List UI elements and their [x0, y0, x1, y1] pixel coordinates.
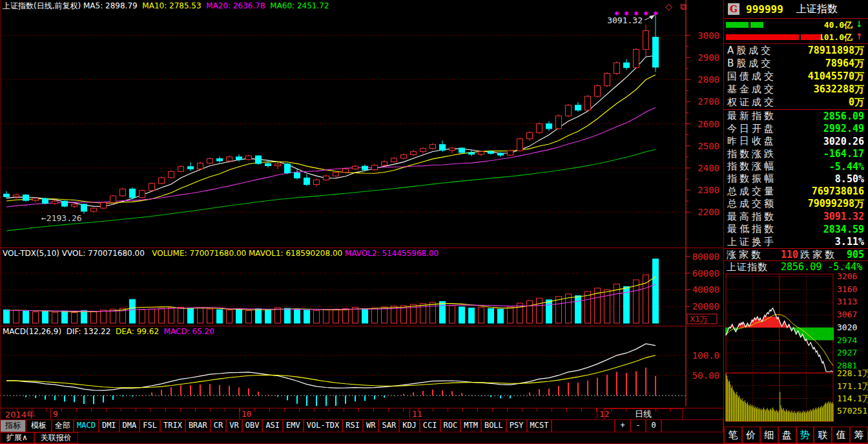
stat-value: 79099298万: [808, 198, 864, 210]
minor-tick: [299, 408, 300, 412]
indicator-tab-MCST[interactable]: MCST: [527, 419, 552, 432]
indicator-tab-WR[interactable]: WR: [363, 419, 378, 432]
intraday-price-label: 3160: [837, 284, 857, 294]
timeline-month-label: 11: [412, 409, 422, 419]
indicator-tab-FSL[interactable]: FSL: [140, 419, 160, 432]
svg-text:3091.32: 3091.32: [607, 16, 643, 25]
tabbar-trailing-cell: [661, 419, 723, 432]
turnover-label: B股成交: [727, 58, 773, 70]
stat-row: 指数涨幅-5.44%: [724, 160, 868, 173]
indicator-tab-BRAR[interactable]: BRAR: [185, 419, 211, 432]
turnover-row: A股成交78911898万: [724, 44, 868, 57]
minor-tick: [329, 408, 329, 412]
svg-text:20000: 20000: [692, 301, 719, 312]
indicator-tab-ROC[interactable]: ROC: [440, 419, 461, 432]
decliners-label: 跌家数: [800, 249, 837, 261]
quote-header: G 999999 上证指数: [724, 0, 868, 19]
turnover-value: 41045570万: [808, 70, 864, 83]
minor-tick: [314, 408, 315, 412]
indicator-tab-VR[interactable]: VR: [226, 419, 242, 432]
minor-tick: [507, 408, 508, 412]
zoom-in-button[interactable]: +: [615, 419, 630, 432]
up-arrow-icon: ↑: [856, 32, 863, 41]
turnover-value: 0万: [849, 96, 864, 109]
indicator-tab-OBV[interactable]: OBV: [242, 419, 263, 432]
stat-row: 总成交额79099298万: [724, 198, 868, 210]
kline-chart: 300029002800270026002500240023002200✱✱✱✱…: [0, 0, 723, 248]
sell-strength-segment: [750, 22, 763, 28]
minor-tick: [150, 408, 151, 412]
stat-row: 最高指数3091.32: [724, 211, 868, 223]
month-tick: [409, 408, 410, 419]
indicator-tab-DMI[interactable]: DMI: [99, 419, 119, 432]
stat-value: 2856.09: [823, 111, 864, 122]
mode-tab-指标[interactable]: 指标: [0, 419, 26, 432]
minor-tick: [403, 408, 404, 412]
quote-tab-笔[interactable]: 笔: [724, 427, 742, 443]
minor-tick: [121, 408, 121, 412]
indicator-tab-KDJ[interactable]: KDJ: [399, 419, 420, 432]
intraday-price-label: 2927: [837, 348, 857, 357]
quote-bottom-tabs: 笔价细盘势联值筹: [724, 425, 868, 443]
indicator-tab-ASI[interactable]: ASI: [262, 419, 283, 432]
quote-tab-细[interactable]: 细: [760, 427, 778, 443]
turnover-value: 78964万: [825, 58, 864, 70]
intraday-mini-chart: 32063160311330673020297429272881228.1万17…: [725, 270, 868, 425]
quote-tab-盘[interactable]: 盘: [778, 427, 796, 443]
minor-tick: [32, 408, 32, 412]
zoom-reset-button[interactable]: 0: [646, 419, 661, 432]
indicator-tab-VOL-TDX[interactable]: VOL-TDX: [304, 419, 343, 432]
quote-tab-价[interactable]: 价: [742, 427, 760, 443]
quote-tab-势[interactable]: 势: [796, 427, 814, 443]
indicator-tab-SAR[interactable]: SAR: [378, 419, 399, 432]
svg-text:100.0: 100.0: [692, 350, 719, 361]
minor-tick: [76, 408, 77, 412]
indicator-tab-PSY[interactable]: PSY: [506, 419, 527, 432]
turnover-label: 国债成交: [727, 70, 776, 83]
quote-tab-联[interactable]: 联: [814, 427, 832, 443]
mode-tab-模板[interactable]: 模板: [26, 419, 52, 432]
minor-tick: [552, 408, 552, 412]
svg-text:50.00: 50.00: [692, 370, 719, 381]
turnover-row: 权证成交0万: [724, 96, 868, 109]
period-selector[interactable]: 日线: [604, 408, 683, 420]
indicator-tab-TRIX[interactable]: TRIX: [160, 419, 185, 432]
indicator-tab-RSI[interactable]: RSI: [342, 419, 363, 432]
stat-row: 今日开盘2992.49: [724, 122, 868, 134]
macd-panel: MACD(12,26,9) DIF: 132.22 DEA: 99.62 MAC…: [0, 326, 723, 408]
month-tick: [597, 408, 597, 419]
indicator-tab-CCI[interactable]: CCI: [420, 419, 440, 432]
footer-bar: 扩展∧ 关联报价: [0, 432, 723, 443]
indicator-tab-MACD[interactable]: MACD: [74, 419, 99, 432]
indicator-tab-BOLL[interactable]: BOLL: [481, 419, 506, 432]
index-stats-table: 最新指数2856.09今日开盘2992.49昨日收盘3020.26指数涨跌-16…: [724, 110, 868, 249]
related-quote-button[interactable]: 关联报价: [34, 432, 78, 443]
stock-code: 999999: [746, 3, 783, 16]
indicator-tab-MTM[interactable]: MTM: [460, 419, 481, 432]
minor-tick: [433, 408, 433, 412]
minor-tick: [344, 408, 344, 412]
minor-tick: [388, 408, 389, 412]
intraday-volume-label: 171.1万: [837, 381, 868, 392]
minor-tick: [180, 408, 181, 412]
stat-label: 今日开盘: [727, 123, 776, 135]
buy-strength-segment: [801, 34, 821, 40]
quote-tab-筹[interactable]: 筹: [850, 427, 868, 443]
chart-corner-icons[interactable]: ◇ ⧉: [665, 1, 689, 12]
timeline-month-label: 9: [53, 409, 58, 419]
turnover-row: B股成交78964万: [724, 57, 868, 70]
svg-text:2700: 2700: [698, 96, 719, 107]
quote-tab-值[interactable]: 值: [832, 427, 850, 443]
zoom-out-button[interactable]: -: [630, 419, 646, 432]
stat-row: 指数涨跌-164.17: [724, 147, 868, 160]
stat-label: 最低指数: [727, 223, 776, 235]
indicator-tab-DMA[interactable]: DMA: [119, 419, 140, 432]
indicator-tab-EMV[interactable]: EMV: [283, 419, 304, 432]
down-arrow-icon: ↓: [856, 19, 863, 29]
indicator-tab-CR[interactable]: CR: [211, 419, 226, 432]
minor-tick: [17, 408, 17, 412]
stat-label: 指数涨幅: [727, 160, 776, 173]
expand-button[interactable]: 扩展∧: [0, 432, 34, 443]
turnover-label: A股成交: [727, 45, 773, 57]
indicator-tab-全部[interactable]: 全部: [52, 419, 74, 432]
